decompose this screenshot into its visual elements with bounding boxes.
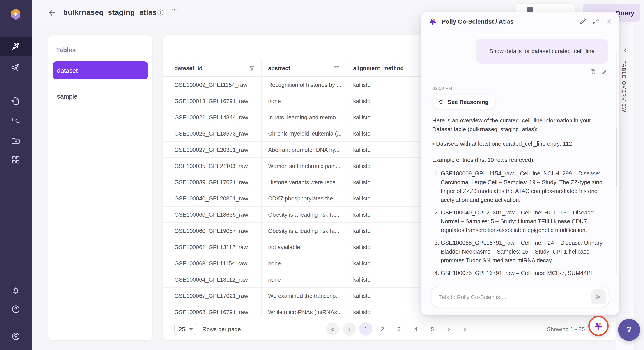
pipelines-icon xyxy=(11,116,20,126)
page-button[interactable]: 1 xyxy=(359,322,372,335)
file-settings-icon xyxy=(11,96,20,105)
cell-abstract: none xyxy=(261,276,346,283)
page-button[interactable]: 3 xyxy=(392,322,406,335)
cell-dataset-id: GSE100064_GPL13112_raw xyxy=(163,276,261,283)
example-list-item: GSE100068_GPL16791_raw – Cell line: T24 … xyxy=(441,239,608,265)
column-divider xyxy=(346,60,346,317)
sidebar-item-discover[interactable] xyxy=(0,57,32,76)
first-page-button[interactable]: « xyxy=(326,322,339,335)
rows-per-page-select[interactable]: 25 xyxy=(174,323,196,335)
folder-heart-icon xyxy=(11,136,20,145)
assistant-intro: Here is an overview of the curated_cell_… xyxy=(432,116,608,134)
close-icon[interactable] xyxy=(606,18,612,25)
page-button[interactable]: 4 xyxy=(409,322,422,335)
cell-dataset-id: GSE100060_GPL18635_raw xyxy=(163,211,261,218)
sidebar-item-pipelines[interactable] xyxy=(0,111,32,130)
account-icon xyxy=(11,331,20,341)
copilot-title: Polly Co-Scientist / Atlas xyxy=(442,18,573,25)
cell-abstract: Obesity is a leading risk fa... xyxy=(261,211,346,218)
polly-pinwheel-icon xyxy=(593,321,604,331)
sidebar xyxy=(0,0,32,350)
cell-dataset-id: GSE100063_GPL11154_raw xyxy=(163,260,261,266)
help-fab[interactable]: ? xyxy=(618,319,640,341)
edit-pencil-icon[interactable] xyxy=(602,68,608,75)
rows-per-page-label: Rows per page xyxy=(202,326,241,332)
table-overview-label[interactable]: TABLE OVERVIEW xyxy=(621,61,626,113)
copilot-header: Polly Co-Scientist / Atlas xyxy=(421,12,620,31)
see-reasoning-button[interactable]: See Reasoning xyxy=(432,95,496,109)
collapse-chevron-icon[interactable] xyxy=(622,47,628,54)
apps-grid-icon xyxy=(11,155,20,164)
tables-panel-title: Tables xyxy=(56,47,152,54)
chat-input[interactable] xyxy=(432,294,591,300)
send-button[interactable] xyxy=(591,289,606,304)
notifications-bell-icon xyxy=(11,285,20,295)
cell-dataset-id: GSE100067_GPL17021_raw xyxy=(163,292,261,299)
cell-abstract: We examined the transcrip... xyxy=(261,292,346,299)
help-circle-icon xyxy=(11,304,20,314)
polly-pinwheel-icon xyxy=(428,17,438,26)
example-list-item: GSE100040_GPL20301_raw – Cell line: HCT … xyxy=(441,208,608,235)
cell-abstract: Recognition of histones by ... xyxy=(261,81,346,88)
filter-icon[interactable] xyxy=(249,65,255,71)
column-divider xyxy=(261,60,262,317)
sidebar-item-account[interactable] xyxy=(0,327,32,345)
chat-scrollbar[interactable] xyxy=(616,52,617,275)
tables-item-sample[interactable]: sample xyxy=(52,87,148,105)
send-icon xyxy=(595,293,602,300)
cell-dataset-id: GSE100009_GPL11154_raw xyxy=(163,81,261,88)
cell-dataset-id: GSE100061_GPL13112_raw xyxy=(163,244,261,250)
expand-icon[interactable] xyxy=(592,18,599,25)
page-buttons: 1 2 3 4 5 xyxy=(359,322,439,335)
telescope-icon xyxy=(11,62,20,72)
cell-abstract: In rats, learning and memo... xyxy=(261,114,346,120)
sidebar-item-apps[interactable] xyxy=(0,150,32,169)
new-chat-pencil-icon[interactable] xyxy=(579,18,586,25)
sidebar-item-notifications[interactable] xyxy=(0,281,32,300)
cell-abstract: Chronic myeloid leukemia (... xyxy=(261,130,346,137)
cell-abstract: Aberrant promoter DNA hy... xyxy=(261,146,346,153)
cell-dataset-id: GSE100060_GPL19057_raw xyxy=(163,227,261,234)
cell-dataset-id: GSE100027_GPL20301_raw xyxy=(163,146,261,153)
cell-dataset-id: GSE100021_GPL14844_raw xyxy=(163,114,261,120)
example-list-item: GSE100009_GPL11154_raw – Cell line: NCI-… xyxy=(441,169,608,204)
last-page-button[interactable]: » xyxy=(459,322,472,335)
copy-icon[interactable] xyxy=(590,68,596,75)
polly-assistant-fab[interactable] xyxy=(588,316,608,336)
page-button[interactable]: 2 xyxy=(376,322,389,335)
user-message-bubble: Show details for dataset curated_cell_li… xyxy=(476,39,608,64)
tables-item-dataset[interactable]: dataset xyxy=(52,61,148,79)
tables-panel: Tables dataset sample xyxy=(48,35,152,340)
next-page-button[interactable]: › xyxy=(442,322,456,335)
showing-range-label: Showing 1 - 25 xyxy=(547,326,585,332)
info-icon[interactable] xyxy=(157,9,164,16)
more-options-icon[interactable]: ⋯ xyxy=(171,5,179,15)
cell-abstract: CDK7 phosphorylates the ... xyxy=(261,195,346,202)
sidebar-item-data-files[interactable] xyxy=(0,91,32,110)
cell-abstract: Histone variants were rece... xyxy=(261,179,346,185)
atlas-network-icon xyxy=(11,42,20,52)
sidebar-item-projects[interactable] xyxy=(0,131,32,150)
examples-list: GSE100009_GPL11154_raw – Cell line: NCI-… xyxy=(432,169,608,278)
page-button[interactable]: 5 xyxy=(426,322,439,335)
sidebar-item-help[interactable] xyxy=(0,300,32,318)
back-button[interactable] xyxy=(47,8,57,18)
chat-scrollbar-thumb[interactable] xyxy=(616,128,617,186)
cell-abstract: While microRNAs (miRNAs... xyxy=(261,308,346,315)
cell-dataset-id: GSE100026_GPL18573_raw xyxy=(163,130,261,137)
example-list-item: GSE100075_GPL16791_raw – Cell lines: MCF… xyxy=(441,269,608,278)
cell-dataset-id: GSE100035_GPL21103_raw xyxy=(163,162,261,169)
cell-abstract: Women suffer chronic pain... xyxy=(261,162,346,169)
message-actions xyxy=(432,68,608,75)
copilot-panel: Polly Co-Scientist / Atlas Show details … xyxy=(421,12,620,315)
polly-logo-icon[interactable] xyxy=(10,8,21,20)
sidebar-item-atlas[interactable] xyxy=(0,37,32,56)
help-fab-label: ? xyxy=(626,325,632,335)
cell-dataset-id: GSE100039_GPL17021_raw xyxy=(163,179,261,185)
cell-dataset-id: GSE100040_GPL20301_raw xyxy=(163,195,261,202)
previous-page-button[interactable]: ‹ xyxy=(342,322,356,335)
filter-icon[interactable] xyxy=(334,65,340,71)
copilot-messages: Show details for dataset curated_cell_li… xyxy=(421,31,620,286)
chat-input-container xyxy=(432,287,609,307)
toolbar-icon-fragment xyxy=(527,7,533,12)
